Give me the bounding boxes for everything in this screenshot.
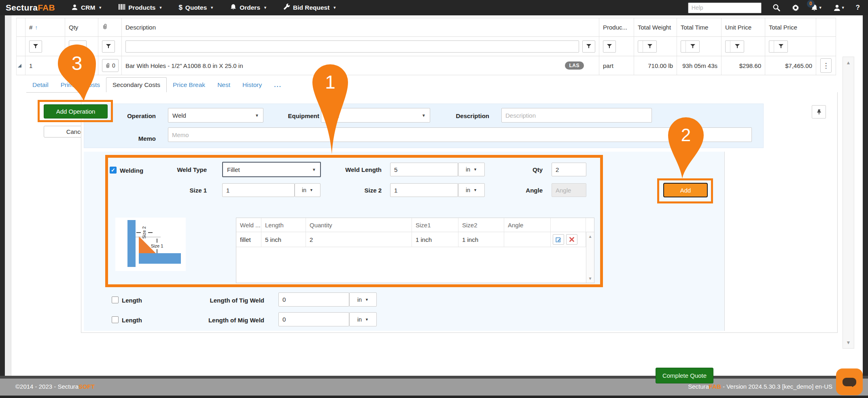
welding-checkbox[interactable]: ✓ [110,167,117,174]
filter-funnel-button[interactable] [29,40,42,53]
weld-type-select[interactable]: Fillet▼ [222,162,321,177]
tab-nest[interactable]: Nest [211,78,236,92]
caret-down-icon: ▼ [312,167,316,172]
qty-label: Qty [502,166,543,173]
weld-length-unit-select[interactable]: in▼ [458,163,485,176]
tab-primary-costs[interactable]: Primary Costs [55,78,106,92]
grid-header-number[interactable]: #↑ [25,18,65,36]
tig-length-input[interactable] [278,292,349,307]
nav-menu-crm-label: CRM [81,4,95,11]
logo-prefix: Sectura [6,3,38,12]
help-icon[interactable]: ? [856,4,860,12]
gear-icon[interactable] [792,4,800,12]
filter-funnel-button[interactable] [102,40,115,53]
tig-length-checkbox[interactable] [112,296,119,303]
tab-history[interactable]: History [236,78,268,92]
scroll-down-icon[interactable]: ▼ [846,340,851,345]
weld-col-size1[interactable]: Size1 [412,218,458,232]
search-icon[interactable] [772,4,781,12]
filter-funnel-button[interactable] [603,40,616,53]
tab-secondary-costs[interactable]: Secondary Costs [106,77,167,93]
caret-down-icon: ▼ [365,298,369,302]
nav-menu-quotes[interactable]: $ Quotes▼ [178,4,214,12]
size2-input[interactable] [390,183,458,197]
memo-input[interactable] [168,127,752,142]
barcode-icon [118,4,125,12]
grid-header-unit-price[interactable]: Unit Price [722,18,765,36]
pin-panel-button[interactable] [812,105,826,119]
scroll-down-icon[interactable]: ▼ [588,276,592,281]
filter-funnel-combo[interactable] [681,40,700,53]
row-actions-cell: ⋮ [816,56,836,75]
unit-value: in [302,187,306,193]
grid-header-total-time[interactable]: Total Time [677,18,722,36]
weld-table-scrollbar[interactable]: ▲▼ [586,232,594,283]
col-time-label: Total Time [681,24,708,31]
grid-header-attachments[interactable] [98,18,122,36]
grid-header-description[interactable]: Description [122,18,599,36]
weld-table-row[interactable]: fillet 5 inch 2 1 inch 1 inch [236,232,594,247]
nav-menu-bid-request[interactable]: Bid Request▼ [283,4,336,12]
nav-menu-orders-label: Orders [240,4,260,11]
qty-input[interactable] [552,163,586,176]
col-description-label: Description [125,24,156,31]
operation-label: Operation [122,112,156,119]
nav-menu-orders[interactable]: Orders▼ [230,4,267,12]
equipment-select[interactable]: Weld▼ [321,108,430,123]
unit-value: in [357,296,362,303]
help-search-input[interactable] [688,2,762,13]
scroll-up-icon[interactable]: ▲ [846,60,851,66]
mig-length-input[interactable] [278,312,349,326]
complete-quote-button[interactable]: Complete Quote [656,368,713,383]
filter-funnel-combo[interactable] [769,40,788,53]
tab-overflow[interactable]: ... [268,78,288,92]
filter-funnel-combo[interactable] [638,40,657,53]
qty-filter-input[interactable] [69,40,87,53]
operation-select[interactable]: Weld▼ [168,108,263,123]
user-account-icon[interactable]: ▼ [833,4,845,11]
mig-unit-select[interactable]: in▼ [349,312,377,326]
delete-weld-button[interactable] [566,234,577,245]
scroll-up-icon[interactable]: ▲ [588,234,592,239]
edit-weld-button[interactable] [553,234,564,245]
weld-col-length[interactable]: Length [261,218,306,232]
weld-col-quantity[interactable]: Quantity [306,218,412,232]
size1-unit-select[interactable]: in▼ [295,183,320,197]
weld-cell-length: 5 inch [261,232,306,247]
description-input[interactable] [501,108,652,123]
weld-col-angle[interactable]: Angle [504,218,551,232]
app-logo[interactable]: SecturaFAB [6,3,55,13]
tab-detail[interactable]: Detail [26,78,55,92]
main-scrollbar[interactable]: ▲▼ [843,57,854,349]
nav-menu-crm[interactable]: CRM▼ [71,4,102,12]
grid-header-total-price[interactable]: Total Price [765,18,816,36]
weld-length-input[interactable] [390,163,458,176]
caret-down-icon: ▼ [310,188,313,192]
notifications-bell-icon[interactable]: 0 ▼ [811,4,822,12]
attachments-button[interactable]: 0 [102,59,119,72]
tig-unit-select[interactable]: in▼ [349,292,377,307]
nav-menu-quotes-label: Quotes [185,4,207,11]
weld-col-type[interactable]: Weld ... [236,218,261,232]
quote-line-row[interactable]: 1 0 Bar With Holes - 1/2" A1008 8.0 in X… [17,56,836,75]
mig-length-checkbox[interactable] [112,316,119,323]
add-weld-button[interactable]: Add [663,183,708,197]
secondary-costs-panel: Operation Weld▼ Equipment Weld▼ Descript… [81,92,838,333]
filter-funnel-button[interactable] [582,40,595,53]
filter-funnel-combo[interactable] [725,40,744,53]
chat-widget-button[interactable] [836,368,863,395]
size1-input[interactable] [222,183,295,197]
row-menu-button[interactable]: ⋮ [820,58,832,73]
tab-price-break[interactable]: Price Break [167,78,211,92]
filter-total-price-cell [765,37,816,56]
add-operation-button[interactable]: Add Operation [44,104,108,119]
collapse-row-icon[interactable] [18,64,21,68]
nav-menu-products[interactable]: Products▼ [118,4,162,12]
description-filter-input[interactable] [125,40,579,53]
grid-header-product[interactable]: Produc... [599,18,634,36]
row-time-cell: 93h 05m 43s [677,56,722,75]
grid-header-qty[interactable]: Qty [65,18,98,36]
weld-col-size2[interactable]: Size2 [458,218,504,232]
grid-header-total-weight[interactable]: Total Weight [634,18,677,36]
size2-unit-select[interactable]: in▼ [458,183,485,197]
